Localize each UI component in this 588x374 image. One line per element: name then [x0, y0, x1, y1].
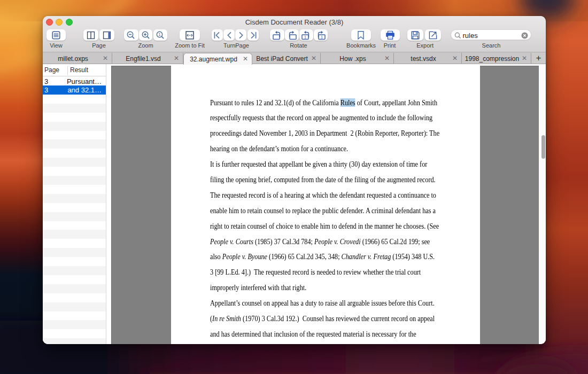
svg-text:1: 1 — [158, 32, 161, 37]
svg-text:1: 1 — [321, 35, 323, 38]
svg-text:1: 1 — [304, 35, 306, 38]
